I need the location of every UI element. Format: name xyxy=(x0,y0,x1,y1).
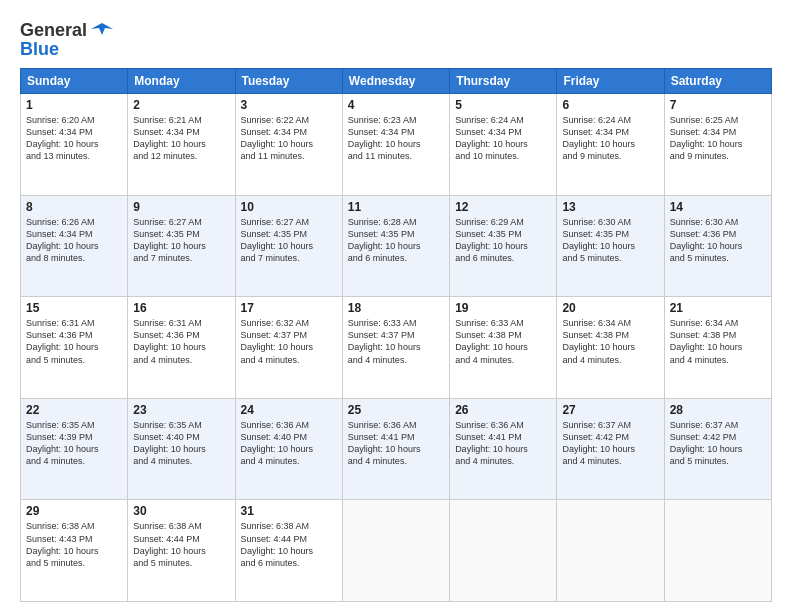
day-number: 16 xyxy=(133,301,229,315)
week-row-5: 29Sunrise: 6:38 AMSunset: 4:43 PMDayligh… xyxy=(21,500,772,602)
cell-text: Sunrise: 6:33 AMSunset: 4:38 PMDaylight:… xyxy=(455,317,551,366)
cell-text: Sunrise: 6:22 AMSunset: 4:34 PMDaylight:… xyxy=(241,114,337,163)
day-number: 26 xyxy=(455,403,551,417)
week-row-1: 1Sunrise: 6:20 AMSunset: 4:34 PMDaylight… xyxy=(21,94,772,196)
calendar-cell: 1Sunrise: 6:20 AMSunset: 4:34 PMDaylight… xyxy=(21,94,128,196)
logo: General Blue xyxy=(20,20,113,60)
calendar-cell xyxy=(557,500,664,602)
cell-text: Sunrise: 6:35 AMSunset: 4:39 PMDaylight:… xyxy=(26,419,122,468)
cell-text: Sunrise: 6:28 AMSunset: 4:35 PMDaylight:… xyxy=(348,216,444,265)
cell-text: Sunrise: 6:38 AMSunset: 4:43 PMDaylight:… xyxy=(26,520,122,569)
day-number: 21 xyxy=(670,301,766,315)
cell-text: Sunrise: 6:30 AMSunset: 4:36 PMDaylight:… xyxy=(670,216,766,265)
logo-general-text: General xyxy=(20,20,87,41)
day-number: 27 xyxy=(562,403,658,417)
calendar-cell: 26Sunrise: 6:36 AMSunset: 4:41 PMDayligh… xyxy=(450,398,557,500)
calendar-cell: 14Sunrise: 6:30 AMSunset: 4:36 PMDayligh… xyxy=(664,195,771,297)
calendar-table: SundayMondayTuesdayWednesdayThursdayFrid… xyxy=(20,68,772,602)
calendar-cell: 22Sunrise: 6:35 AMSunset: 4:39 PMDayligh… xyxy=(21,398,128,500)
day-number: 24 xyxy=(241,403,337,417)
calendar-cell: 23Sunrise: 6:35 AMSunset: 4:40 PMDayligh… xyxy=(128,398,235,500)
cell-text: Sunrise: 6:34 AMSunset: 4:38 PMDaylight:… xyxy=(670,317,766,366)
cell-text: Sunrise: 6:36 AMSunset: 4:41 PMDaylight:… xyxy=(455,419,551,468)
day-number: 10 xyxy=(241,200,337,214)
calendar-cell: 2Sunrise: 6:21 AMSunset: 4:34 PMDaylight… xyxy=(128,94,235,196)
day-number: 13 xyxy=(562,200,658,214)
cell-text: Sunrise: 6:24 AMSunset: 4:34 PMDaylight:… xyxy=(562,114,658,163)
calendar-cell: 10Sunrise: 6:27 AMSunset: 4:35 PMDayligh… xyxy=(235,195,342,297)
logo-blue-text: Blue xyxy=(20,39,59,60)
day-number: 20 xyxy=(562,301,658,315)
day-number: 15 xyxy=(26,301,122,315)
calendar-cell: 7Sunrise: 6:25 AMSunset: 4:34 PMDaylight… xyxy=(664,94,771,196)
header-cell-friday: Friday xyxy=(557,69,664,94)
calendar-cell: 30Sunrise: 6:38 AMSunset: 4:44 PMDayligh… xyxy=(128,500,235,602)
calendar-cell: 12Sunrise: 6:29 AMSunset: 4:35 PMDayligh… xyxy=(450,195,557,297)
calendar-cell: 28Sunrise: 6:37 AMSunset: 4:42 PMDayligh… xyxy=(664,398,771,500)
calendar-cell: 4Sunrise: 6:23 AMSunset: 4:34 PMDaylight… xyxy=(342,94,449,196)
day-number: 1 xyxy=(26,98,122,112)
cell-text: Sunrise: 6:35 AMSunset: 4:40 PMDaylight:… xyxy=(133,419,229,468)
cell-text: Sunrise: 6:31 AMSunset: 4:36 PMDaylight:… xyxy=(133,317,229,366)
day-number: 22 xyxy=(26,403,122,417)
cell-text: Sunrise: 6:27 AMSunset: 4:35 PMDaylight:… xyxy=(133,216,229,265)
calendar-cell: 18Sunrise: 6:33 AMSunset: 4:37 PMDayligh… xyxy=(342,297,449,399)
header-cell-sunday: Sunday xyxy=(21,69,128,94)
day-number: 6 xyxy=(562,98,658,112)
cell-text: Sunrise: 6:29 AMSunset: 4:35 PMDaylight:… xyxy=(455,216,551,265)
cell-text: Sunrise: 6:38 AMSunset: 4:44 PMDaylight:… xyxy=(133,520,229,569)
day-number: 12 xyxy=(455,200,551,214)
day-number: 18 xyxy=(348,301,444,315)
calendar-cell xyxy=(664,500,771,602)
day-number: 3 xyxy=(241,98,337,112)
day-number: 23 xyxy=(133,403,229,417)
header-cell-thursday: Thursday xyxy=(450,69,557,94)
calendar-cell: 29Sunrise: 6:38 AMSunset: 4:43 PMDayligh… xyxy=(21,500,128,602)
calendar-cell: 11Sunrise: 6:28 AMSunset: 4:35 PMDayligh… xyxy=(342,195,449,297)
cell-text: Sunrise: 6:23 AMSunset: 4:34 PMDaylight:… xyxy=(348,114,444,163)
day-number: 31 xyxy=(241,504,337,518)
calendar-cell: 16Sunrise: 6:31 AMSunset: 4:36 PMDayligh… xyxy=(128,297,235,399)
week-row-2: 8Sunrise: 6:26 AMSunset: 4:34 PMDaylight… xyxy=(21,195,772,297)
day-number: 9 xyxy=(133,200,229,214)
calendar-cell: 27Sunrise: 6:37 AMSunset: 4:42 PMDayligh… xyxy=(557,398,664,500)
week-row-3: 15Sunrise: 6:31 AMSunset: 4:36 PMDayligh… xyxy=(21,297,772,399)
day-number: 28 xyxy=(670,403,766,417)
cell-text: Sunrise: 6:25 AMSunset: 4:34 PMDaylight:… xyxy=(670,114,766,163)
calendar-cell: 5Sunrise: 6:24 AMSunset: 4:34 PMDaylight… xyxy=(450,94,557,196)
logo-bird-icon xyxy=(91,21,113,39)
calendar-cell: 19Sunrise: 6:33 AMSunset: 4:38 PMDayligh… xyxy=(450,297,557,399)
calendar-cell: 6Sunrise: 6:24 AMSunset: 4:34 PMDaylight… xyxy=(557,94,664,196)
cell-text: Sunrise: 6:26 AMSunset: 4:34 PMDaylight:… xyxy=(26,216,122,265)
day-number: 17 xyxy=(241,301,337,315)
calendar-cell xyxy=(342,500,449,602)
calendar-cell: 17Sunrise: 6:32 AMSunset: 4:37 PMDayligh… xyxy=(235,297,342,399)
day-number: 5 xyxy=(455,98,551,112)
calendar-page: General Blue SundayMondayTuesdayWednesda… xyxy=(0,0,792,612)
day-number: 7 xyxy=(670,98,766,112)
day-number: 30 xyxy=(133,504,229,518)
day-number: 2 xyxy=(133,98,229,112)
calendar-cell: 25Sunrise: 6:36 AMSunset: 4:41 PMDayligh… xyxy=(342,398,449,500)
calendar-cell: 8Sunrise: 6:26 AMSunset: 4:34 PMDaylight… xyxy=(21,195,128,297)
header-cell-tuesday: Tuesday xyxy=(235,69,342,94)
calendar-cell: 15Sunrise: 6:31 AMSunset: 4:36 PMDayligh… xyxy=(21,297,128,399)
day-number: 25 xyxy=(348,403,444,417)
cell-text: Sunrise: 6:36 AMSunset: 4:40 PMDaylight:… xyxy=(241,419,337,468)
cell-text: Sunrise: 6:34 AMSunset: 4:38 PMDaylight:… xyxy=(562,317,658,366)
cell-text: Sunrise: 6:32 AMSunset: 4:37 PMDaylight:… xyxy=(241,317,337,366)
cell-text: Sunrise: 6:21 AMSunset: 4:34 PMDaylight:… xyxy=(133,114,229,163)
cell-text: Sunrise: 6:31 AMSunset: 4:36 PMDaylight:… xyxy=(26,317,122,366)
calendar-cell: 31Sunrise: 6:38 AMSunset: 4:44 PMDayligh… xyxy=(235,500,342,602)
day-number: 8 xyxy=(26,200,122,214)
day-number: 19 xyxy=(455,301,551,315)
calendar-cell: 24Sunrise: 6:36 AMSunset: 4:40 PMDayligh… xyxy=(235,398,342,500)
week-row-4: 22Sunrise: 6:35 AMSunset: 4:39 PMDayligh… xyxy=(21,398,772,500)
calendar-cell: 13Sunrise: 6:30 AMSunset: 4:35 PMDayligh… xyxy=(557,195,664,297)
calendar-cell: 9Sunrise: 6:27 AMSunset: 4:35 PMDaylight… xyxy=(128,195,235,297)
cell-text: Sunrise: 6:24 AMSunset: 4:34 PMDaylight:… xyxy=(455,114,551,163)
calendar-cell: 21Sunrise: 6:34 AMSunset: 4:38 PMDayligh… xyxy=(664,297,771,399)
cell-text: Sunrise: 6:37 AMSunset: 4:42 PMDaylight:… xyxy=(670,419,766,468)
cell-text: Sunrise: 6:20 AMSunset: 4:34 PMDaylight:… xyxy=(26,114,122,163)
header-cell-monday: Monday xyxy=(128,69,235,94)
